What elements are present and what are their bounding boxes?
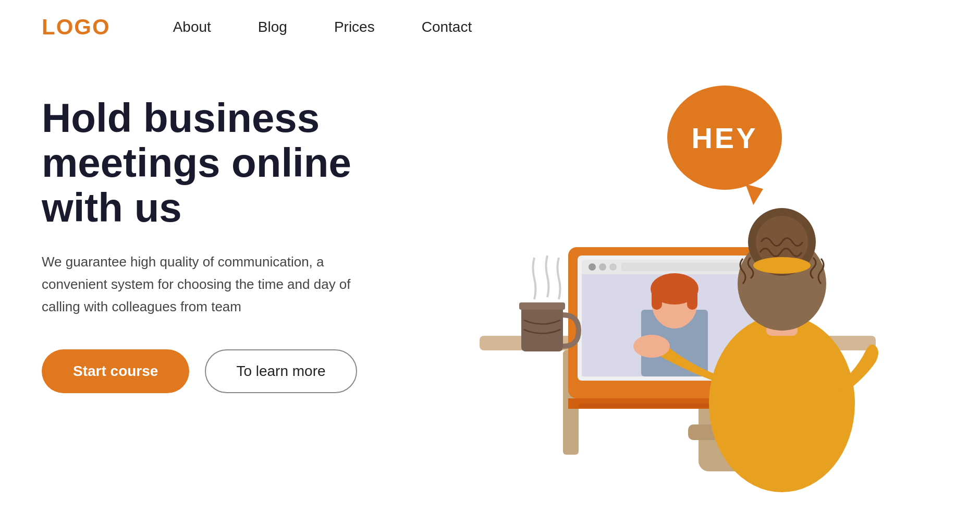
svg-rect-28	[519, 302, 565, 310]
nav-links: About Blog Prices Contact	[173, 19, 472, 35]
svg-point-20	[709, 315, 855, 492]
hero-left-content: Hold business meetings online with us We…	[42, 75, 407, 393]
svg-point-9	[599, 263, 606, 271]
nav-about[interactable]: About	[173, 19, 211, 35]
bubble-circle: HEY	[667, 86, 782, 190]
navigation: LOGO About Blog Prices Contact	[0, 0, 980, 54]
hero-subtitle: We guarantee high quality of communicati…	[42, 251, 375, 318]
svg-rect-17	[687, 289, 697, 310]
speech-bubble: HEY	[667, 86, 792, 200]
hero-section: Hold business meetings online with us We…	[0, 54, 980, 508]
start-course-button[interactable]: Start course	[42, 349, 189, 393]
svg-point-26	[753, 257, 811, 274]
nav-prices[interactable]: Prices	[334, 19, 375, 35]
svg-point-21	[633, 335, 670, 358]
logo[interactable]: LOGO	[42, 15, 111, 40]
learn-more-button[interactable]: To learn more	[205, 349, 357, 393]
svg-point-8	[589, 263, 596, 271]
hero-title: Hold business meetings online with us	[42, 96, 407, 230]
hero-buttons: Start course To learn more	[42, 349, 407, 393]
bubble-text: HEY	[691, 121, 757, 155]
hero-illustration: HEY	[407, 75, 938, 508]
svg-point-10	[609, 263, 617, 271]
nav-contact[interactable]: Contact	[422, 19, 472, 35]
svg-rect-16	[652, 289, 662, 310]
svg-rect-27	[521, 305, 563, 351]
nav-blog[interactable]: Blog	[258, 19, 287, 35]
